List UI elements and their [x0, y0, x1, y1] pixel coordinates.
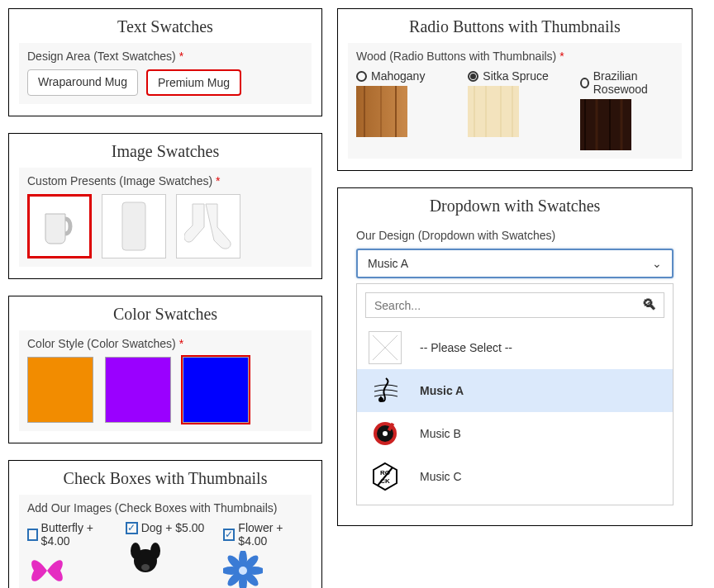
svg-point-34 — [383, 431, 388, 436]
panel-check-thumbnails: Check Boxes with Thumbnails Add Our Imag… — [8, 460, 322, 588]
panel-dropdown-swatches: Dropdown with Swatches Our Design (Dropd… — [337, 187, 693, 526]
dropdown-panel: 🔍︎ -- Please Select -- — [356, 283, 674, 505]
title-check-thumbnails: Check Boxes with Thumbnails — [19, 469, 312, 488]
dropdown-search-input[interactable] — [373, 298, 642, 313]
record-disc-icon — [369, 417, 402, 450]
dropdown-option-music-c[interactable]: RO CK Music C — [357, 455, 673, 498]
label-text-swatches: Design Area (Text Swatches) * — [27, 50, 303, 63]
title-radio-thumbnails: Radio Buttons with Thumbnails — [348, 17, 682, 36]
text-swatch-premium-mug[interactable]: Premium Mug — [146, 69, 241, 96]
svg-point-2 — [131, 543, 140, 559]
label-image-swatches: Custom Presents (Image Swatches) * — [27, 174, 303, 187]
label-radio-thumbnails: Wood (Radio Buttons with Thumbnails) * — [356, 50, 674, 63]
checkbox-label-dog: Dog + $5.00 — [141, 521, 205, 534]
radio-sitka-spruce[interactable] — [468, 71, 478, 82]
panel-radio-thumbnails: Radio Buttons with Thumbnails Wood (Radi… — [337, 8, 693, 171]
title-color-swatches: Color Swatches — [19, 305, 312, 324]
title-image-swatches: Image Swatches — [19, 142, 312, 161]
color-swatch-orange[interactable] — [27, 357, 93, 423]
text-swatch-wraparound-mug[interactable]: Wraparound Mug — [27, 69, 138, 96]
image-swatch-socks[interactable] — [176, 194, 240, 258]
flower-icon — [223, 551, 263, 588]
checkbox-label-flower: Flower + $4.00 — [238, 521, 303, 548]
color-swatch-purple[interactable] — [105, 357, 171, 423]
radio-brazilian-rosewood[interactable] — [580, 78, 589, 88]
title-text-swatches: Text Swatches — [19, 17, 312, 36]
wood-mahogany-icon — [356, 86, 407, 137]
dog-icon — [126, 538, 165, 577]
dropdown-option-music-b[interactable]: Music B — [357, 412, 673, 455]
label-dropdown-swatches: Our Design (Dropdown with Swatches) — [356, 229, 674, 242]
socks-icon — [184, 201, 232, 252]
search-icon: 🔍︎ — [642, 296, 657, 314]
wood-brazilian-rosewood-icon — [580, 99, 631, 150]
dropdown-selected-value: Music A — [368, 257, 408, 270]
svg-rect-24 — [580, 99, 631, 150]
panel-text-swatches: Text Swatches Design Area (Text Swatches… — [8, 8, 322, 116]
radio-mahogany[interactable] — [356, 71, 367, 82]
treble-clef-icon — [369, 374, 402, 407]
image-swatch-mug[interactable] — [27, 194, 92, 258]
label-check-thumbnails: Add Our Images (Check Boxes with Thumbna… — [27, 501, 303, 514]
checkbox-dog[interactable]: ✓ — [126, 522, 138, 534]
svg-rect-19 — [468, 86, 519, 137]
wood-sitka-spruce-icon — [468, 86, 519, 137]
phonecase-icon — [117, 201, 150, 252]
svg-point-4 — [141, 564, 150, 571]
dropdown-select[interactable]: Music A ⌄ — [356, 249, 674, 278]
label-color-swatches: Color Style (Color Swatches) * — [27, 337, 303, 350]
radio-label-brazilian-rosewood: Brazilian Rosewood — [593, 69, 674, 96]
svg-point-13 — [239, 567, 247, 575]
svg-point-3 — [150, 543, 160, 559]
checkbox-label-butterfly: Butterfly + $4.00 — [41, 521, 107, 548]
checkbox-flower[interactable]: ✓ — [223, 529, 235, 541]
panel-color-swatches: Color Swatches Color Style (Color Swatch… — [8, 296, 322, 443]
radio-label-mahogany: Mahogany — [371, 69, 425, 83]
color-swatch-blue[interactable] — [183, 357, 249, 423]
panel-image-swatches: Image Swatches Custom Presents (Image Sw… — [8, 133, 322, 279]
dropdown-option-placeholder[interactable]: -- Please Select -- — [357, 326, 673, 369]
mug-icon — [39, 206, 80, 247]
butterfly-icon — [27, 551, 67, 588]
title-dropdown-swatches: Dropdown with Swatches — [348, 197, 682, 216]
svg-rect-0 — [122, 202, 145, 250]
chevron-down-icon: ⌄ — [652, 257, 662, 270]
checkbox-butterfly[interactable] — [27, 529, 38, 541]
image-swatch-phonecase[interactable] — [102, 194, 166, 258]
dropdown-option-music-a[interactable]: Music A — [357, 369, 673, 412]
radio-label-sitka-spruce: Sitka Spruce — [483, 69, 548, 83]
rock-badge-icon: RO CK — [369, 460, 402, 493]
empty-icon — [369, 331, 402, 364]
svg-point-31 — [378, 397, 383, 402]
